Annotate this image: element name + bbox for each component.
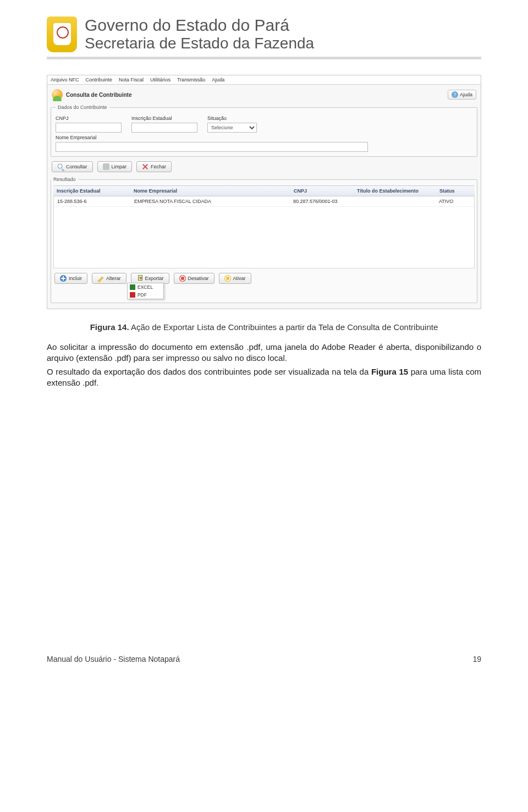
clear-icon [103, 163, 109, 170]
export-dropdown: EXCEL PDF [127, 283, 164, 299]
page-footer: Manual do Usuário - Sistema Notapará 19 [0, 655, 528, 679]
close-icon [142, 163, 148, 170]
export-pdf-label: PDF [138, 292, 147, 298]
help-label: Ajuda [460, 92, 472, 97]
help-icon: ? [452, 91, 458, 98]
help-button[interactable]: ? Ajuda [448, 90, 476, 100]
cell-cnpj: 80.287.576/0001-03 [290, 196, 353, 206]
grid-body[interactable]: 15-288.536-6 EMPRESA NOTA FISCAL CIDADA … [53, 196, 475, 268]
power-on-icon [224, 275, 231, 282]
cell-nome: EMPRESA NOTA FISCAL CIDADA [131, 196, 290, 206]
menu-item-contribuinte[interactable]: Contribuinte [86, 77, 113, 83]
figure-label: Figura 14. [90, 322, 129, 332]
desativar-button[interactable]: Desativar [174, 273, 215, 284]
export-pdf-item[interactable]: PDF [128, 291, 163, 299]
figure-text: Ação de Exportar Lista de Contribuintes … [129, 322, 438, 332]
body-text: Ao solicitar a impressão do documento em… [47, 342, 481, 388]
limpar-label: Limpar [112, 164, 127, 169]
limpar-button[interactable]: Limpar [97, 161, 133, 172]
desativar-label: Desativar [188, 276, 209, 281]
pdf-icon [130, 292, 135, 298]
power-off-icon [179, 275, 186, 282]
doc-title-line-1: Governo do Estado do Pará [85, 17, 314, 34]
pencil-icon [97, 276, 103, 282]
excel-icon [130, 284, 135, 290]
alterar-button[interactable]: Alterar [92, 273, 127, 284]
user-icon [52, 89, 63, 100]
ativar-button[interactable]: Ativar [219, 273, 251, 284]
search-icon [57, 163, 64, 170]
input-inscricao[interactable] [131, 123, 197, 133]
input-nome[interactable] [56, 142, 368, 152]
menu-bar: Arquivo NFC Contribuinte Nota Fiscal Uti… [47, 75, 481, 85]
col-cnpj[interactable]: CNPJ [290, 186, 354, 196]
grid-header: Inscrição Estadual Nome Empresarial CNPJ… [53, 185, 475, 196]
exportar-label: Exportar [145, 276, 164, 281]
panel-title: Consulta de Contribuinte [66, 92, 131, 98]
menu-item-arquivo[interactable]: Arquivo NFC [51, 77, 79, 83]
menu-item-ajuda[interactable]: Ajuda [212, 77, 224, 83]
paragraph-2a: O resultado da exportação dos dados dos … [47, 367, 371, 376]
header-divider [47, 57, 481, 59]
doc-title-line-2: Secretaria de Estado da Fazenda [85, 35, 314, 51]
label-inscricao: Inscrição Estadual [131, 116, 197, 121]
paragraph-1: Ao solicitar a impressão do documento em… [47, 342, 481, 364]
exportar-button[interactable]: Exportar [131, 273, 169, 284]
paragraph-2: O resultado da exportação dos dados dos … [47, 366, 481, 389]
select-situacao[interactable]: Selecione [207, 123, 257, 133]
incluir-label: Incluir [69, 276, 82, 281]
consultar-button[interactable]: Consultar [52, 161, 93, 172]
menu-item-utilitarios[interactable]: Utilitários [150, 77, 170, 83]
fieldset-dados: Dados do Contribuinte CNPJ Inscrição Est… [51, 105, 477, 157]
fieldset-resultado-title: Resultado [51, 177, 78, 182]
col-nome[interactable]: Nome Empresarial [130, 186, 290, 196]
input-cnpj[interactable] [56, 123, 122, 133]
table-row[interactable]: 15-288.536-6 EMPRESA NOTA FISCAL CIDADA … [54, 196, 474, 207]
incluir-button[interactable]: Incluir [54, 273, 87, 284]
col-status[interactable]: Status [436, 186, 475, 196]
fechar-button[interactable]: Fechar [136, 161, 172, 172]
label-situacao: Situação [207, 116, 257, 121]
label-cnpj: CNPJ [56, 116, 122, 121]
footer-right: 19 [472, 655, 481, 663]
app-screenshot: Arquivo NFC Contribuinte Nota Fiscal Uti… [47, 75, 481, 309]
footer-left: Manual do Usuário - Sistema Notapará [47, 655, 180, 663]
col-titulo[interactable]: Título do Estabelecimento [354, 186, 436, 196]
fechar-label: Fechar [151, 164, 166, 169]
export-icon [136, 275, 143, 282]
fieldset-dados-title: Dados do Contribuinte [56, 105, 109, 110]
fieldset-resultado: Resultado Inscrição Estadual Nome Empres… [51, 177, 477, 303]
figure-ref: Figura 15 [371, 367, 408, 376]
ativar-label: Ativar [233, 276, 246, 281]
export-excel-item[interactable]: EXCEL [128, 283, 163, 291]
cell-titulo [353, 196, 436, 206]
cell-status: ATIVO [436, 196, 474, 206]
consultar-label: Consultar [66, 164, 87, 169]
alterar-label: Alterar [106, 276, 121, 281]
cell-inscricao: 15-288.536-6 [54, 196, 131, 206]
plus-icon [60, 275, 67, 282]
label-nome: Nome Empresarial [56, 135, 368, 140]
state-crest-icon [47, 17, 77, 52]
document-header: Governo do Estado do Pará Secretaria de … [47, 17, 481, 52]
menu-item-transmissao[interactable]: Transmissão [177, 77, 205, 83]
menu-item-nota-fiscal[interactable]: Nota Fiscal [119, 77, 144, 83]
figure-caption: Figura 14. Ação de Exportar Lista de Con… [47, 322, 481, 332]
export-excel-label: EXCEL [138, 284, 153, 290]
col-inscricao[interactable]: Inscrição Estadual [53, 186, 130, 196]
